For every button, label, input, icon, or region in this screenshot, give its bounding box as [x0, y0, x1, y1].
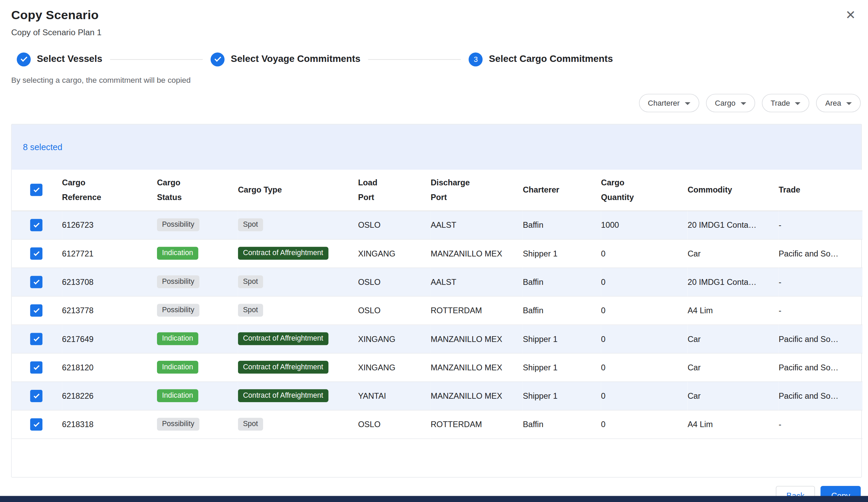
step-label: Select Cargo Commitments	[489, 54, 613, 65]
cell-cargo-status: Indication	[157, 325, 238, 353]
cell-discharge-port: AALST	[431, 268, 523, 296]
cell-trade: -	[779, 268, 862, 296]
table-row[interactable]: 6218120 Indication Contract of Affreight…	[12, 353, 862, 381]
cell-load-port: XINGANG	[358, 353, 431, 381]
table-row[interactable]: 6126723 Possibility Spot OSLO AALST Baff…	[12, 211, 862, 239]
row-checkbox[interactable]	[30, 304, 42, 316]
cell-load-port: OSLO	[358, 211, 431, 239]
filter-label: Charterer	[648, 99, 680, 107]
cell-commodity: Car	[688, 381, 778, 410]
status-badge: Possibility	[157, 418, 199, 430]
col-header-load-port: Load Port	[358, 170, 431, 210]
row-checkbox[interactable]	[30, 389, 42, 402]
cargo-type-badge: Spot	[238, 275, 263, 288]
row-checkbox[interactable]	[30, 276, 42, 288]
table-row[interactable]: 6127721 Indication Contract of Affreight…	[12, 239, 862, 268]
table-row[interactable]: 6218318 Possibility Spot OSLO ROTTERDAM …	[12, 410, 862, 438]
cell-commodity: Car	[688, 353, 778, 381]
cell-cargo-type: Contract of Affreightment	[238, 381, 358, 410]
chevron-down-icon	[741, 102, 746, 105]
cell-cargo-status: Indication	[157, 353, 238, 381]
cell-commodity: 20 IMDG1 Conta…	[688, 211, 778, 239]
cell-cargo-type: Spot	[238, 268, 358, 296]
cell-trade: Pacific and So…	[779, 325, 862, 353]
table-row[interactable]: 6217649 Indication Contract of Affreight…	[12, 325, 862, 353]
status-badge: Indication	[157, 247, 198, 260]
cell-trade: -	[779, 211, 862, 239]
cargo-type-badge: Contract of Affreightment	[238, 361, 328, 374]
cell-trade: Pacific and So…	[779, 239, 862, 268]
selection-banner: 8 selected	[12, 125, 861, 170]
status-badge: Indication	[157, 332, 198, 345]
status-badge: Possibility	[157, 304, 199, 317]
close-icon[interactable]: ✕	[843, 7, 858, 24]
cell-load-port: OSLO	[358, 410, 431, 438]
filter-trade-dropdown[interactable]: Trade	[762, 94, 809, 112]
cell-cargo-status: Indication	[157, 381, 238, 410]
cell-charterer: Baffin	[523, 211, 601, 239]
cell-cargo-reference: 6218226	[62, 381, 157, 410]
cell-charterer: Baffin	[523, 410, 601, 438]
select-all-checkbox[interactable]	[30, 184, 42, 196]
cargo-type-badge: Spot	[238, 304, 263, 317]
cell-cargo-type: Spot	[238, 211, 358, 239]
chevron-down-icon	[685, 102, 690, 105]
cell-load-port: XINGANG	[358, 239, 431, 268]
helper-text: By selecting a cargo, the commitment wil…	[0, 75, 868, 84]
table-empty-area	[12, 439, 861, 477]
cargo-type-badge: Spot	[238, 219, 263, 231]
step-select-voyage-commitments[interactable]: Select Voyage Commitments	[211, 52, 361, 66]
cell-cargo-status: Possibility	[157, 211, 238, 239]
cell-charterer: Shipper 1	[523, 381, 601, 410]
table-header-row: Cargo Reference Cargo Status Cargo Type …	[12, 170, 862, 210]
stepper-connector	[110, 59, 203, 60]
modal-title: Copy Scenario	[11, 8, 857, 22]
table-row[interactable]: 6218226 Indication Contract of Affreight…	[12, 381, 862, 410]
step-select-vessels[interactable]: Select Vessels	[17, 52, 102, 66]
filter-area-dropdown[interactable]: Area	[816, 94, 861, 112]
row-checkbox[interactable]	[30, 219, 42, 231]
cell-charterer: Baffin	[523, 296, 601, 325]
cargo-table: Cargo Reference Cargo Status Cargo Type …	[12, 170, 862, 438]
cell-discharge-port: MANZANILLO MEX	[431, 239, 523, 268]
cell-charterer: Shipper 1	[523, 325, 601, 353]
cell-cargo-type: Contract of Affreightment	[238, 353, 358, 381]
table-row[interactable]: 6213708 Possibility Spot OSLO AALST Baff…	[12, 268, 862, 296]
filter-charterer-dropdown[interactable]: Charterer	[639, 94, 699, 112]
status-badge: Indication	[157, 389, 198, 402]
cargo-type-badge: Contract of Affreightment	[238, 389, 328, 402]
modal-header: Copy Scenario Copy of Scenario Plan 1 ✕	[0, 0, 868, 37]
filter-bar: Charterer Cargo Trade Area	[0, 94, 868, 112]
cell-load-port: XINGANG	[358, 325, 431, 353]
background-app-bar	[0, 496, 868, 502]
cell-trade: Pacific and So…	[779, 381, 862, 410]
filter-cargo-dropdown[interactable]: Cargo	[706, 94, 755, 112]
cell-load-port: OSLO	[358, 296, 431, 325]
cell-cargo-quantity: 0	[601, 296, 688, 325]
cell-charterer: Shipper 1	[523, 353, 601, 381]
step-complete-check-icon	[211, 52, 225, 66]
step-number-badge: 3	[469, 52, 483, 66]
cell-commodity: Car	[688, 325, 778, 353]
row-checkbox[interactable]	[30, 418, 42, 430]
copy-scenario-modal: Copy Scenario Copy of Scenario Plan 1 ✕ …	[0, 0, 868, 502]
row-checkbox[interactable]	[30, 333, 42, 345]
step-label: Select Vessels	[37, 54, 102, 65]
table-row[interactable]: 6213778 Possibility Spot OSLO ROTTERDAM …	[12, 296, 862, 325]
cell-cargo-quantity: 0	[601, 325, 688, 353]
cell-cargo-quantity: 0	[601, 353, 688, 381]
cell-charterer: Baffin	[523, 268, 601, 296]
cell-discharge-port: MANZANILLO MEX	[431, 353, 523, 381]
filter-label: Trade	[771, 99, 790, 107]
cell-discharge-port: MANZANILLO MEX	[431, 325, 523, 353]
stepper: Select Vessels Select Voyage Commitments…	[0, 51, 868, 67]
step-select-cargo-commitments[interactable]: 3 Select Cargo Commitments	[469, 52, 613, 66]
cell-charterer: Shipper 1	[523, 239, 601, 268]
cell-cargo-reference: 6217649	[62, 325, 157, 353]
cell-trade: -	[779, 296, 862, 325]
row-checkbox[interactable]	[30, 361, 42, 374]
cell-trade: Pacific and So…	[779, 353, 862, 381]
cell-cargo-quantity: 0	[601, 239, 688, 268]
step-label: Select Voyage Commitments	[231, 54, 361, 65]
row-checkbox[interactable]	[30, 247, 42, 260]
